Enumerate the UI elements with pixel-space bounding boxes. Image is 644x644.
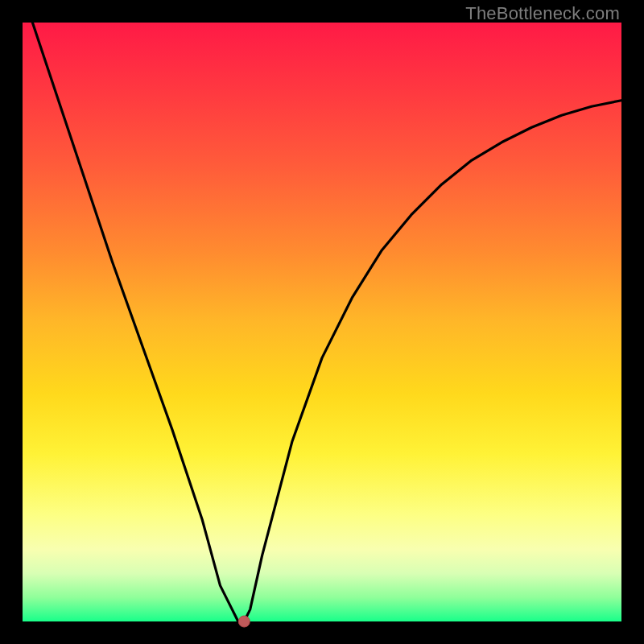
bottleneck-curve-path [23, 0, 621, 621]
minimum-marker-dot [238, 616, 250, 627]
chart-frame: TheBottleneck.com [0, 0, 644, 644]
watermark-text: TheBottleneck.com [465, 3, 620, 24]
bottleneck-curve-svg [0, 0, 644, 644]
